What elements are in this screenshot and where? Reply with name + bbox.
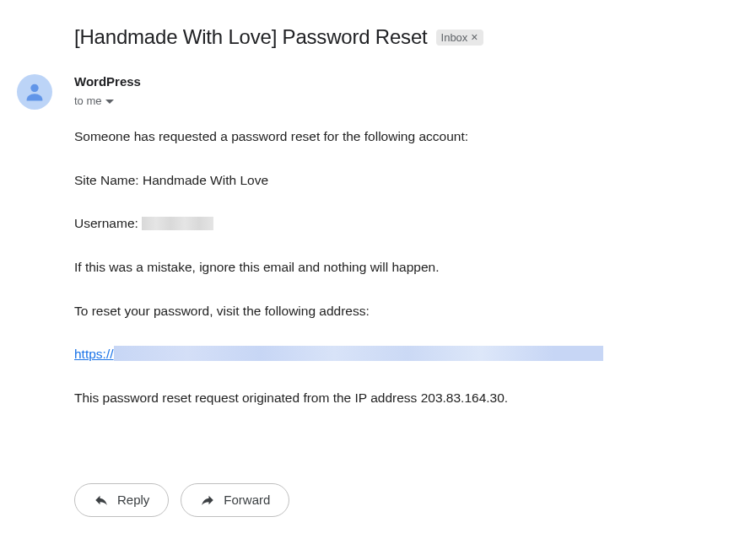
chevron-down-icon[interactable] — [105, 94, 114, 107]
ip-address: 203.83.164.30 — [421, 390, 505, 405]
body-mistake-line: If this was a mistake, ignore this email… — [74, 258, 700, 277]
reset-link-row: https:// — [74, 345, 700, 363]
reply-label: Reply — [117, 493, 149, 507]
body-site-line: Site Name: Handmade With Love — [74, 171, 700, 190]
reset-link[interactable]: https:// — [74, 347, 114, 361]
close-icon[interactable]: × — [471, 31, 478, 43]
body-ip-line: This password reset request originated f… — [74, 389, 700, 407]
recipient-text: to me — [74, 94, 102, 107]
forward-button[interactable]: Forward — [181, 483, 289, 517]
forward-label: Forward — [224, 493, 270, 507]
actions-row: Reply Forward — [74, 483, 700, 517]
email-subject: [Handmade With Love] Password Reset — [74, 25, 428, 49]
body-reset-line: To reset your password, visit the follow… — [74, 302, 700, 320]
reply-button[interactable]: Reply — [74, 483, 169, 517]
recipient-row[interactable]: to me — [74, 94, 700, 107]
sender-row: WordPress — [74, 74, 700, 89]
redacted-username — [142, 217, 213, 230]
body-username-line: Username: — [74, 214, 700, 233]
inbox-badge[interactable]: Inbox × — [436, 30, 483, 46]
person-icon — [23, 80, 46, 104]
sender-name[interactable]: WordPress — [74, 74, 700, 89]
body-intro: Someone has requested a password reset f… — [74, 127, 700, 146]
avatar[interactable] — [17, 74, 52, 110]
inbox-badge-label: Inbox — [441, 31, 468, 44]
email-body: Someone has requested a password reset f… — [74, 127, 700, 407]
subject-row: [Handmade With Love] Password Reset Inbo… — [74, 25, 700, 49]
forward-icon — [200, 493, 215, 508]
redacted-link — [114, 346, 603, 361]
svg-point-0 — [30, 84, 38, 92]
reply-icon — [94, 493, 109, 508]
